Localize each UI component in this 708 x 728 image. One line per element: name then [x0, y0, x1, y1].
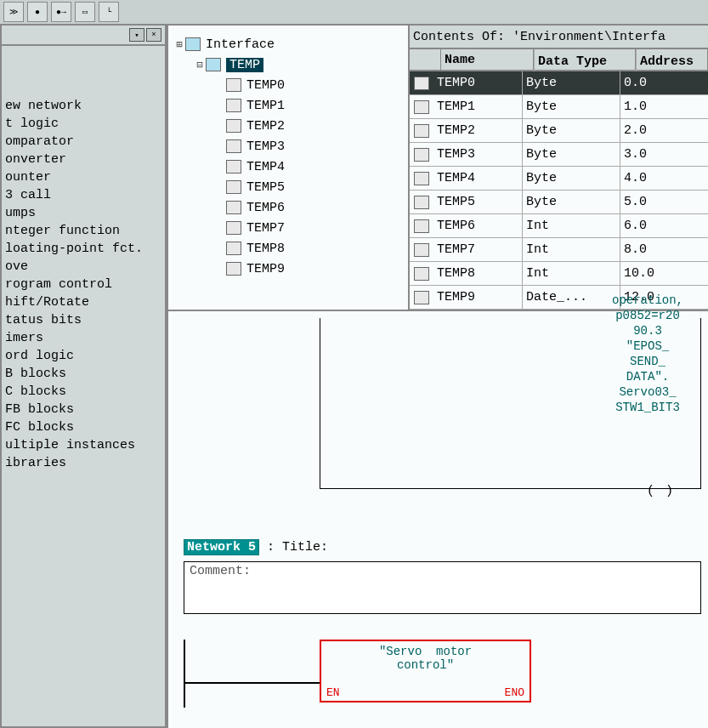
toolbar-button[interactable]: ≫: [3, 2, 24, 22]
coil-label: operation,p0852=r2090.3"EPOS_SEND_DATA".…: [612, 293, 683, 415]
var-icon: [226, 78, 241, 92]
tree-pane: ⊞ Interface ⊟ TEMP TEMP0TEMP1TEMP2TEMP3T…: [168, 26, 410, 310]
fb-title: "Servo motor control": [321, 641, 530, 672]
catalog-item[interactable]: hift/Rotate: [2, 293, 165, 311]
table-row[interactable]: TEMP8Int10.0: [410, 262, 708, 286]
var-icon: [226, 201, 241, 214]
var-icon: [414, 77, 429, 90]
catalog-item[interactable]: C blocks: [2, 383, 165, 401]
toolbar-button[interactable]: ●→: [51, 2, 71, 22]
var-icon: [414, 196, 429, 209]
catalog-item[interactable]: ord logic: [2, 347, 165, 365]
var-icon: [226, 180, 241, 194]
var-icon: [414, 243, 429, 257]
close-icon[interactable]: ×: [146, 28, 161, 42]
table-row[interactable]: TEMP0Byte0.0: [410, 71, 708, 95]
catalog-item[interactable]: imers: [2, 329, 165, 347]
var-icon: [226, 119, 241, 133]
var-icon: [226, 99, 241, 112]
var-icon: [226, 221, 241, 235]
tree-var[interactable]: TEMP4: [173, 156, 403, 177]
catalog-item[interactable]: tatus bits: [2, 311, 165, 329]
toolbar: ≫ ● ●→ ▭ └: [0, 0, 708, 26]
var-icon: [414, 267, 429, 281]
var-icon: [414, 219, 429, 233]
table-title: Contents Of: 'Environment\Interfa: [410, 26, 708, 49]
toolbar-button[interactable]: ●: [27, 2, 48, 22]
table-row[interactable]: TEMP1Byte1.0: [410, 95, 708, 119]
var-icon: [414, 172, 429, 185]
tree-var[interactable]: TEMP0: [173, 75, 403, 95]
catalog-item[interactable]: ibraries: [2, 454, 165, 472]
catalog-item[interactable]: 3 call: [2, 186, 165, 204]
header-name: Name: [441, 49, 534, 70]
var-icon: [414, 148, 429, 162]
tree-root-label: Interface: [206, 37, 275, 52]
fb-eno: ENO: [505, 686, 524, 699]
var-icon: [226, 242, 241, 255]
catalog-item[interactable]: FC blocks: [2, 418, 165, 436]
catalog-pane: ▾ × ew networkt logicomparatoronverterou…: [0, 26, 167, 728]
catalog-item[interactable]: umps: [2, 204, 165, 222]
function-block[interactable]: "Servo motor control" EN ENO: [320, 640, 531, 702]
catalog-item[interactable]: nteger function: [2, 222, 165, 240]
catalog-item[interactable]: ultiple instances: [2, 436, 165, 454]
tree-var[interactable]: TEMP1: [173, 95, 403, 116]
table-row[interactable]: TEMP5Byte5.0: [410, 191, 708, 214]
catalog-item[interactable]: t logic: [2, 115, 165, 133]
var-icon: [226, 160, 241, 173]
var-icon: [226, 139, 241, 153]
table-header: Name Data Type Address: [410, 49, 708, 71]
title-prefix: : Title:: [267, 540, 328, 555]
catalog-item[interactable]: rogram control: [2, 276, 165, 293]
table-row[interactable]: TEMP4Byte4.0: [410, 167, 708, 191]
table-row[interactable]: TEMP3Byte3.0: [410, 143, 708, 167]
comment-box[interactable]: Comment:: [184, 561, 701, 614]
coil-symbol: ( ): [647, 484, 675, 498]
dock-icon[interactable]: ▾: [129, 28, 144, 42]
catalog-item[interactable]: ew network: [2, 97, 165, 115]
header-type: Data Type: [534, 49, 636, 73]
catalog-item[interactable]: FB blocks: [2, 401, 165, 418]
tree-folder[interactable]: ⊟ TEMP: [173, 54, 403, 75]
table-row[interactable]: TEMP6Int6.0: [410, 214, 708, 238]
table-row[interactable]: TEMP2Byte2.0: [410, 119, 708, 143]
network-title-row: Network 5 : Title:: [184, 540, 701, 555]
tree-root[interactable]: ⊞ Interface: [173, 34, 403, 54]
tree-folder-label: TEMP: [226, 58, 263, 72]
var-icon: [414, 100, 429, 114]
table-row[interactable]: TEMP7Int8.0: [410, 238, 708, 262]
catalog-item[interactable]: ounter: [2, 168, 165, 186]
tree-var[interactable]: TEMP3: [173, 136, 403, 156]
catalog-item[interactable]: ove: [2, 258, 165, 276]
tree-var[interactable]: TEMP7: [173, 218, 403, 238]
tree-var[interactable]: TEMP2: [173, 116, 403, 136]
table-pane: Contents Of: 'Environment\Interfa Name D…: [410, 26, 708, 310]
var-icon: [226, 262, 241, 276]
tree-var[interactable]: TEMP8: [173, 238, 403, 259]
tree-var[interactable]: TEMP5: [173, 177, 403, 197]
header-addr: Address: [636, 49, 708, 73]
var-icon: [414, 291, 429, 304]
toolbar-button[interactable]: └: [99, 2, 119, 22]
tree-var[interactable]: TEMP6: [173, 197, 403, 218]
toolbar-button[interactable]: ▭: [75, 2, 95, 22]
fb-en: EN: [326, 686, 340, 699]
var-icon: [414, 124, 429, 138]
network-label[interactable]: Network 5: [184, 539, 259, 555]
comment-label: Comment:: [190, 564, 251, 578]
catalog-item[interactable]: B blocks: [2, 365, 165, 383]
catalog-item[interactable]: loating-point fct.: [2, 240, 165, 258]
ladder-editor[interactable]: operation,p0852=r2090.3"EPOS_SEND_DATA".…: [168, 311, 708, 728]
catalog-item[interactable]: onverter: [2, 151, 165, 168]
tree-var[interactable]: TEMP9: [173, 259, 403, 279]
catalog-item[interactable]: omparator: [2, 133, 165, 151]
